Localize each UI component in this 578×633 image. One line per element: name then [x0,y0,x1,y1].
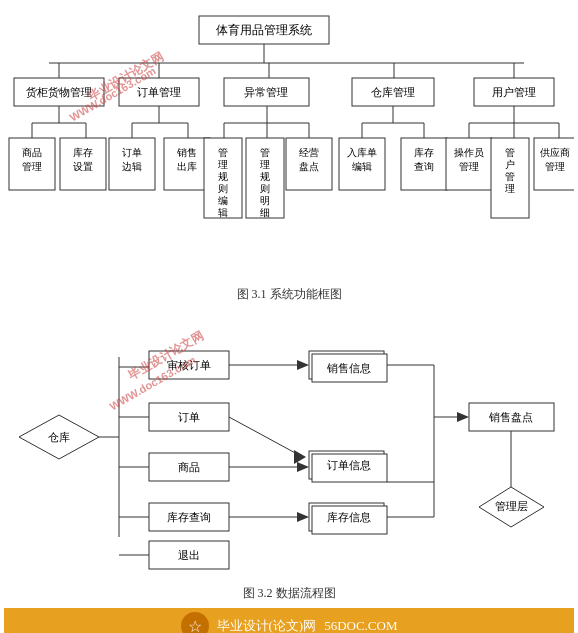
svg-text:细: 细 [260,207,270,218]
svg-marker-103 [294,450,306,464]
svg-text:管: 管 [218,147,228,158]
svg-text:退出: 退出 [178,549,200,561]
footer-text: 毕业设计(论文)网 [217,617,317,633]
svg-text:操作员: 操作员 [454,147,484,158]
svg-text:理: 理 [505,183,515,194]
svg-text:供应商: 供应商 [540,147,570,158]
footer-icon: ☆ [181,612,209,633]
svg-text:理: 理 [218,159,228,170]
svg-text:规: 规 [218,171,228,182]
footer-url: 56DOC.COM [324,618,397,633]
svg-marker-116 [297,512,309,522]
svg-text:管理: 管理 [22,161,42,172]
svg-text:管: 管 [505,171,515,182]
svg-text:盘点: 盘点 [299,161,319,172]
svg-text:异常管理: 异常管理 [244,86,288,98]
svg-marker-108 [297,462,309,472]
svg-text:审核订单: 审核订单 [167,359,211,371]
svg-text:库存信息: 库存信息 [327,511,371,523]
svg-text:库存: 库存 [73,147,93,158]
svg-text:管: 管 [505,147,515,158]
svg-text:用户管理: 用户管理 [492,86,536,98]
svg-text:订单: 订单 [122,147,142,158]
svg-text:管理层: 管理层 [495,500,528,512]
svg-marker-95 [297,360,309,370]
svg-text:体育用品管理系统: 体育用品管理系统 [216,23,312,37]
svg-text:经营: 经营 [299,147,319,158]
svg-text:货柜货物管理: 货柜货物管理 [26,86,92,98]
svg-text:查询: 查询 [414,161,434,172]
svg-text:仓库管理: 仓库管理 [371,86,415,98]
diagram1-svg: 体育用品管理系统 货柜货物管理 订单管理 异常管理 仓库管理 [4,8,574,278]
svg-text:销售: 销售 [176,147,197,158]
svg-line-102 [229,417,299,455]
svg-text:订单信息: 订单信息 [327,459,371,471]
svg-text:辑: 辑 [218,207,228,218]
svg-text:户: 户 [505,159,515,170]
svg-text:则: 则 [218,183,228,194]
svg-text:销售盘点: 销售盘点 [488,411,533,423]
svg-text:管理: 管理 [545,161,565,172]
diagram2-container: 毕业设计论文网 WWW.doc163.com 仓库 审核订单 销售信息 [4,307,574,602]
svg-text:商品: 商品 [178,461,200,473]
svg-text:销售信息: 销售信息 [326,362,371,374]
svg-text:编: 编 [218,195,228,206]
svg-text:编辑: 编辑 [352,161,372,172]
svg-text:库存查询: 库存查询 [167,511,211,523]
svg-text:规: 规 [260,171,270,182]
svg-text:订单管理: 订单管理 [137,86,181,98]
svg-text:管理: 管理 [459,161,479,172]
svg-text:管: 管 [260,147,270,158]
svg-text:仓库: 仓库 [48,431,70,443]
svg-text:边辑: 边辑 [122,161,142,172]
svg-text:设置: 设置 [73,161,93,172]
diagram1-container: 毕业设计论文网 WWW.doc163.com 体育用品管理系统 货柜货物管理 订… [4,8,574,303]
diagram2-svg: 仓库 审核订单 销售信息 订单 [4,307,574,577]
svg-text:商品: 商品 [22,147,42,158]
svg-marker-128 [457,412,469,422]
diagram1-title: 图 3.1 系统功能框图 [4,286,574,303]
svg-text:明: 明 [260,195,270,206]
diagram2-title: 图 3.2 数据流程图 [4,585,574,602]
page-wrapper: 毕业设计论文网 WWW.doc163.com 体育用品管理系统 货柜货物管理 订… [0,0,578,633]
svg-text:出库: 出库 [177,161,197,172]
footer-bar: ☆ 毕业设计(论文)网 56DOC.COM [4,608,574,633]
svg-text:则: 则 [260,183,270,194]
svg-text:入库单: 入库单 [347,147,377,158]
svg-text:库存: 库存 [414,147,434,158]
svg-text:订单: 订单 [178,411,200,423]
svg-text:理: 理 [260,159,270,170]
